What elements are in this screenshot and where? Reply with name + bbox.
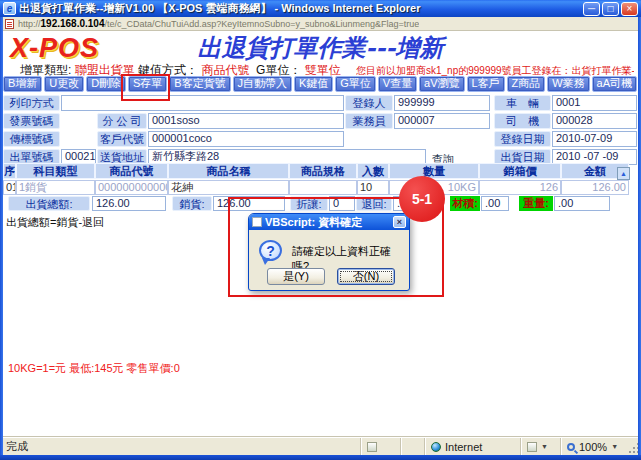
url-path: /te/c_CData/ChuTuiAdd.asp?KeyItemnoSubno… — [104, 19, 419, 29]
magnifier-icon — [567, 443, 575, 451]
print-method-label: 列印方式 — [3, 95, 60, 111]
formula-note: 出貨總額=銷貨-退回 — [6, 215, 104, 230]
btn-update[interactable]: U更改 — [44, 76, 84, 92]
branch-label: 分 公 司 — [97, 113, 147, 129]
zone-text: Internet — [445, 441, 482, 453]
url-prefix: http:// — [18, 19, 41, 29]
status-text: 完成 — [0, 439, 360, 454]
address-bar[interactable]: http://192.168.0.104/te/c_CData/ChuTuiAd… — [0, 17, 641, 31]
status-panel-page — [360, 438, 400, 455]
close-button[interactable]: × — [621, 2, 638, 16]
btn-sales[interactable]: W業務 — [547, 76, 589, 92]
internet-zone-icon — [431, 442, 441, 452]
cell-spec[interactable] — [289, 180, 357, 195]
weight-field[interactable]: .00 — [554, 196, 610, 211]
weight-label: 重量: — [519, 196, 553, 211]
scroll-up-icon[interactable]: ▲ — [617, 167, 630, 180]
col-type: 科目類型 — [16, 163, 95, 179]
total-field[interactable]: 126.00 — [92, 196, 166, 211]
registrant-label: 登錄人 — [345, 95, 393, 111]
shield-icon — [527, 442, 537, 452]
status-panel-empty — [400, 438, 424, 455]
btn-add[interactable]: B增新 — [3, 76, 42, 92]
col-price: 銷箱價 — [479, 163, 561, 179]
zoom-level: 100% — [579, 441, 607, 453]
col-seq: 序 — [3, 163, 16, 179]
status-bar: 完成 Internet ▼ 100% ▼ — [0, 437, 641, 455]
cell-price[interactable]: 126 — [479, 180, 561, 195]
btn-unit[interactable]: G單位 — [335, 76, 376, 92]
btn-check-qty[interactable]: V查量 — [378, 76, 417, 92]
reg-date-label: 登錄日期 — [494, 131, 551, 147]
branch-field[interactable]: 0001soso — [148, 113, 344, 129]
voucher-label: 傳標號碼 — [3, 131, 60, 147]
annotation-box-save — [121, 74, 170, 101]
cell-type[interactable]: 1銷貨 — [16, 180, 95, 195]
browser-window: e 出退貨打單作業--增新V1.00 【X-POS 雲端商務網】 - Windo… — [0, 0, 641, 460]
window-title: 出退貨打單作業--增新V1.00 【X-POS 雲端商務網】 - Windows… — [19, 1, 583, 16]
title-bar: e 出退貨打單作業--增新V1.00 【X-POS 雲端商務網】 - Windo… — [0, 0, 641, 17]
protected-mode-panel[interactable]: ▼ — [520, 438, 560, 455]
btn-browse[interactable]: aV瀏覽 — [419, 76, 464, 92]
window-border-left — [0, 17, 3, 460]
salesman-label: 業務員 — [345, 113, 393, 129]
cell-name[interactable]: 花紳 — [168, 180, 289, 195]
registrant-field[interactable]: 999999 — [394, 95, 490, 111]
cell-seq[interactable]: 01 — [3, 180, 16, 195]
unit-label: G單位： — [256, 63, 301, 77]
page-title: 出退貨打單作業---增新 — [198, 32, 444, 64]
url-text[interactable]: http://192.168.0.104/te/c_CData/ChuTuiAd… — [18, 18, 419, 29]
cell-code[interactable]: 000000000000024 — [95, 180, 168, 195]
zone-panel: Internet — [424, 438, 520, 455]
driver-field[interactable]: 000028 — [552, 113, 637, 129]
col-code: 商品代號 — [95, 163, 168, 179]
price-note: 10KG=1=元 最低:145元 零售單價:0 — [8, 361, 180, 376]
page-icon — [5, 19, 14, 29]
btn-custom-code[interactable]: B客定貨號 — [169, 76, 230, 92]
col-qty: 數量 — [389, 163, 479, 179]
document-icon — [367, 442, 377, 452]
zoom-control[interactable]: 100% ▼ — [560, 438, 628, 455]
unit-value: 雙單位 — [305, 63, 341, 77]
vehicle-label: 車 輛 — [494, 95, 551, 111]
annotation-step-badge: 5-1 — [399, 176, 445, 222]
reg-date-field[interactable]: 2010-07-09 — [552, 131, 637, 147]
toolbar: B增新 U更改 D刪除 S存單 B客定貨號 J自動帶入 K鍵值 G單位 V查量 … — [3, 76, 637, 93]
btn-autofill[interactable]: J自動帶入 — [233, 76, 292, 92]
volume-field[interactable]: .00 — [481, 196, 509, 211]
invoice-label: 發票號碼 — [3, 113, 60, 129]
btn-driver[interactable]: aA司機 — [592, 76, 637, 92]
col-spec: 商品規格 — [289, 163, 357, 179]
maximize-button[interactable]: □ — [602, 2, 619, 16]
btn-product[interactable]: Z商品 — [507, 76, 546, 92]
key-value: 商品代號 — [201, 63, 249, 77]
btn-keyvalue[interactable]: K鍵值 — [294, 76, 333, 92]
print-method-field[interactable] — [61, 95, 344, 111]
btn-customer[interactable]: L客戶 — [467, 76, 505, 92]
xpos-logo: X-POS — [10, 33, 99, 64]
cell-amount[interactable]: 126.00 — [561, 180, 629, 195]
col-per: 入數 — [357, 163, 389, 179]
total-label: 出貨總額: — [8, 196, 90, 211]
cell-per[interactable]: 10 — [357, 180, 389, 195]
driver-label: 司 機 — [494, 113, 551, 129]
col-name: 商品名稱 — [168, 163, 289, 179]
volume-label: 材積: — [450, 196, 480, 211]
url-host: 192.168.0.104 — [41, 18, 105, 29]
vehicle-field[interactable]: 0001 — [552, 95, 637, 111]
caret-down-icon: ▼ — [541, 443, 548, 450]
sales-label: 銷貨: — [172, 196, 212, 211]
caret-down-icon: ▼ — [611, 443, 618, 450]
customer-label: 客戶代號 — [97, 131, 147, 147]
minimize-button[interactable]: ─ — [583, 2, 600, 16]
ie-icon: e — [3, 2, 16, 15]
window-border-bottom — [0, 455, 641, 460]
type-label: 增單類型: — [20, 63, 71, 77]
salesman-field[interactable]: 000007 — [394, 113, 490, 129]
customer-field[interactable]: 000001coco — [148, 131, 344, 147]
